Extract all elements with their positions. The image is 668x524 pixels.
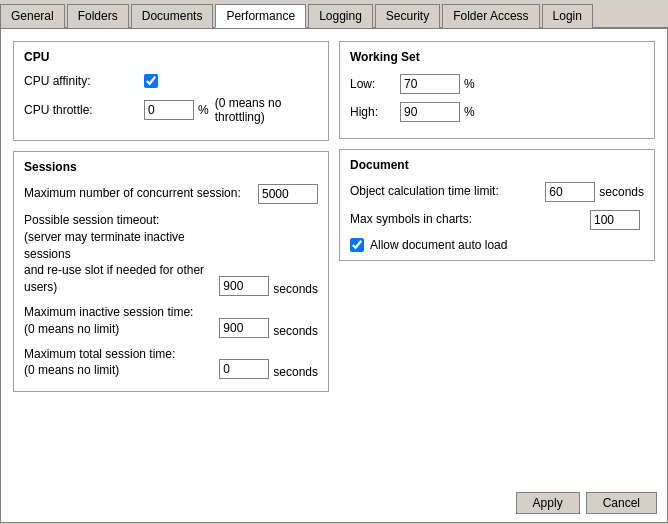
working-set-section: Working Set Low: % High: % bbox=[339, 41, 655, 139]
ws-low-percent: % bbox=[464, 77, 475, 91]
possible-timeout-row: Possible session timeout:(server may ter… bbox=[24, 212, 318, 296]
max-total-row: Maximum total session time:(0 means no l… bbox=[24, 346, 318, 380]
max-symbols-row: Max symbols in charts: bbox=[350, 210, 644, 230]
cpu-affinity-label: CPU affinity: bbox=[24, 74, 144, 88]
max-inactive-input[interactable] bbox=[219, 318, 269, 338]
possible-timeout-unit: seconds bbox=[273, 282, 318, 296]
apply-button[interactable]: Apply bbox=[516, 492, 580, 514]
tab-logging[interactable]: Logging bbox=[308, 4, 373, 28]
cpu-throttle-note: (0 means no throttling) bbox=[215, 96, 318, 124]
working-set-title: Working Set bbox=[350, 50, 644, 64]
main-content: CPU CPU affinity: CPU throttle: % (0 mea… bbox=[0, 29, 668, 523]
ws-high-row: High: % bbox=[350, 102, 644, 122]
tab-login[interactable]: Login bbox=[542, 4, 593, 28]
tab-folder-access[interactable]: Folder Access bbox=[442, 4, 539, 28]
ws-low-label: Low: bbox=[350, 77, 400, 91]
cpu-title: CPU bbox=[24, 50, 318, 64]
max-inactive-row: Maximum inactive session time:(0 means n… bbox=[24, 304, 318, 338]
auto-load-row: Allow document auto load bbox=[350, 238, 644, 252]
ws-low-input[interactable] bbox=[400, 74, 460, 94]
max-symbols-input[interactable] bbox=[590, 210, 640, 230]
max-symbols-label: Max symbols in charts: bbox=[350, 212, 590, 228]
cpu-throttle-input[interactable] bbox=[144, 100, 194, 120]
max-total-unit: seconds bbox=[273, 365, 318, 379]
document-title: Document bbox=[350, 158, 644, 172]
ws-low-row: Low: % bbox=[350, 74, 644, 94]
ws-high-percent: % bbox=[464, 105, 475, 119]
document-section: Document Object calculation time limit: … bbox=[339, 149, 655, 261]
button-bar: Apply Cancel bbox=[516, 492, 657, 514]
cpu-throttle-label: CPU throttle: bbox=[24, 103, 144, 117]
ws-high-input[interactable] bbox=[400, 102, 460, 122]
calc-limit-row: Object calculation time limit: seconds bbox=[350, 182, 644, 202]
left-panel: CPU CPU affinity: CPU throttle: % (0 mea… bbox=[13, 41, 329, 510]
possible-timeout-input[interactable] bbox=[219, 276, 269, 296]
tab-general[interactable]: General bbox=[0, 4, 65, 28]
possible-timeout-label: Possible session timeout:(server may ter… bbox=[24, 212, 219, 296]
cpu-throttle-row: CPU throttle: % (0 means no throttling) bbox=[24, 96, 318, 124]
tab-performance[interactable]: Performance bbox=[215, 4, 306, 28]
cancel-button[interactable]: Cancel bbox=[586, 492, 657, 514]
sessions-section: Sessions Maximum number of concurrent se… bbox=[13, 151, 329, 392]
tab-folders[interactable]: Folders bbox=[67, 4, 129, 28]
tab-documents[interactable]: Documents bbox=[131, 4, 214, 28]
cpu-throttle-percent: % bbox=[198, 103, 209, 117]
max-concurrent-input[interactable] bbox=[258, 184, 318, 204]
cpu-section: CPU CPU affinity: CPU throttle: % (0 mea… bbox=[13, 41, 329, 141]
max-concurrent-row: Maximum number of concurrent session: bbox=[24, 184, 318, 204]
max-concurrent-label: Maximum number of concurrent session: bbox=[24, 186, 258, 202]
right-panel: Working Set Low: % High: % Document Obje… bbox=[339, 41, 655, 510]
max-inactive-unit: seconds bbox=[273, 324, 318, 338]
max-inactive-label: Maximum inactive session time:(0 means n… bbox=[24, 304, 219, 338]
cpu-affinity-row: CPU affinity: bbox=[24, 74, 318, 88]
calc-limit-label: Object calculation time limit: bbox=[350, 184, 545, 200]
max-total-label: Maximum total session time:(0 means no l… bbox=[24, 346, 219, 380]
calc-limit-input[interactable] bbox=[545, 182, 595, 202]
max-total-input[interactable] bbox=[219, 359, 269, 379]
ws-high-label: High: bbox=[350, 105, 400, 119]
calc-limit-unit: seconds bbox=[599, 185, 644, 199]
tab-bar: General Folders Documents Performance Lo… bbox=[0, 0, 668, 29]
sessions-title: Sessions bbox=[24, 160, 318, 174]
auto-load-label: Allow document auto load bbox=[370, 238, 507, 252]
cpu-affinity-checkbox[interactable] bbox=[144, 74, 158, 88]
auto-load-checkbox[interactable] bbox=[350, 238, 364, 252]
tab-security[interactable]: Security bbox=[375, 4, 440, 28]
